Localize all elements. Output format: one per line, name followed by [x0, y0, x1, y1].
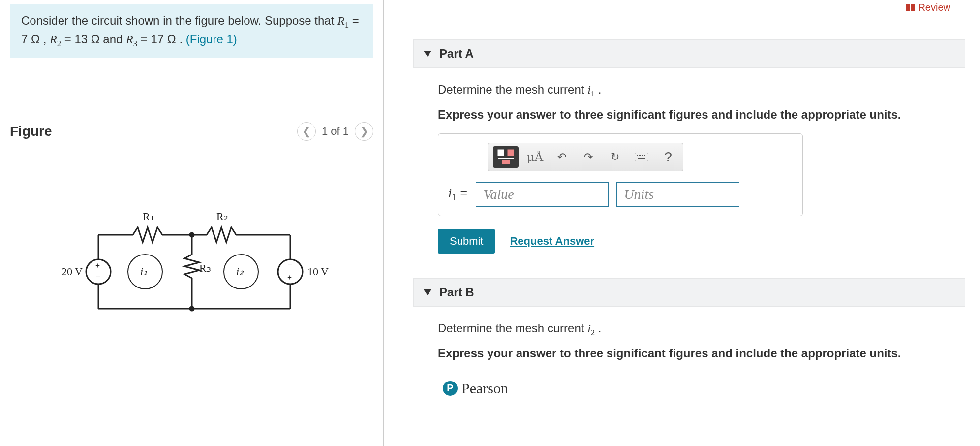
svg-rect-36 — [638, 158, 645, 159]
svg-rect-29 — [498, 158, 514, 159]
part-a-prompt: Determine the mesh current i1 . — [438, 83, 965, 99]
part-b-header[interactable]: Part B — [413, 278, 965, 307]
svg-rect-33 — [639, 155, 641, 156]
svg-text:R₂: R₂ — [216, 210, 228, 223]
figure-pager: ❮ 1 of 1 ❯ — [297, 122, 373, 141]
problem-text-1: Consider the circuit shown in the figure… — [21, 14, 337, 27]
pager-text: 1 of 1 — [322, 125, 349, 138]
svg-text:R₃: R₃ — [199, 262, 211, 274]
svg-text:20 V: 20 V — [61, 265, 83, 278]
part-b-prompt: Determine the mesh current i2 . — [438, 321, 965, 338]
figure-title: Figure — [10, 124, 52, 139]
svg-text:+: + — [287, 273, 292, 282]
answer-lhs: i1 = — [448, 186, 468, 203]
equation-toolbar: µÅ ↶ ↷ ↻ ? — [488, 143, 683, 171]
svg-rect-32 — [637, 155, 638, 156]
help-button[interactable]: ? — [658, 147, 678, 167]
value-input[interactable]: Value — [476, 182, 609, 207]
submit-button[interactable]: Submit — [438, 229, 495, 254]
svg-rect-31 — [635, 153, 648, 161]
special-chars-button[interactable]: µÅ — [525, 147, 545, 167]
problem-statement: Consider the circuit shown in the figure… — [10, 4, 373, 58]
circuit-diagram: R₁ R₂ R₃ i₁ i₂ 20 V 10 V + − + − — [44, 205, 339, 333]
part-a-instruction: Express your answer to three significant… — [438, 108, 965, 122]
fraction-template-button[interactable] — [493, 146, 519, 168]
part-a-header[interactable]: Part A — [413, 39, 965, 68]
review-link[interactable]: Review — [906, 2, 950, 13]
reset-button[interactable]: ↻ — [605, 147, 625, 167]
units-input[interactable]: Units — [616, 182, 739, 207]
review-icon — [906, 4, 915, 11]
pearson-brand: P Pearson — [443, 380, 965, 397]
part-b-title: Part B — [439, 286, 474, 299]
answer-box: µÅ ↶ ↷ ↻ ? i1 = Value Units — [438, 133, 803, 216]
svg-text:i₁: i₁ — [140, 265, 148, 278]
svg-rect-35 — [644, 155, 645, 156]
svg-point-15 — [190, 307, 194, 311]
svg-rect-27 — [498, 150, 504, 156]
pearson-logo-icon: P — [443, 381, 458, 396]
undo-button[interactable]: ↶ — [552, 147, 572, 167]
next-figure-button[interactable]: ❯ — [355, 122, 373, 141]
svg-rect-30 — [502, 160, 510, 164]
svg-text:−: − — [287, 259, 293, 270]
svg-text:i₂: i₂ — [236, 265, 244, 278]
caret-down-icon — [424, 51, 431, 57]
redo-button[interactable]: ↷ — [579, 147, 598, 167]
svg-text:−: − — [95, 271, 101, 282]
request-answer-link[interactable]: Request Answer — [510, 235, 594, 248]
svg-text:+: + — [95, 261, 100, 270]
svg-rect-34 — [642, 155, 643, 156]
figure-link[interactable]: (Figure 1) — [186, 32, 237, 46]
svg-rect-28 — [508, 150, 514, 156]
prev-figure-button[interactable]: ❮ — [297, 122, 316, 141]
svg-text:R₁: R₁ — [143, 210, 154, 223]
svg-point-14 — [190, 233, 194, 237]
part-b-instruction: Express your answer to three significant… — [438, 347, 965, 360]
caret-down-icon — [424, 289, 431, 295]
svg-text:10 V: 10 V — [307, 265, 329, 278]
part-a-title: Part A — [439, 47, 474, 61]
keyboard-button[interactable] — [632, 147, 651, 167]
